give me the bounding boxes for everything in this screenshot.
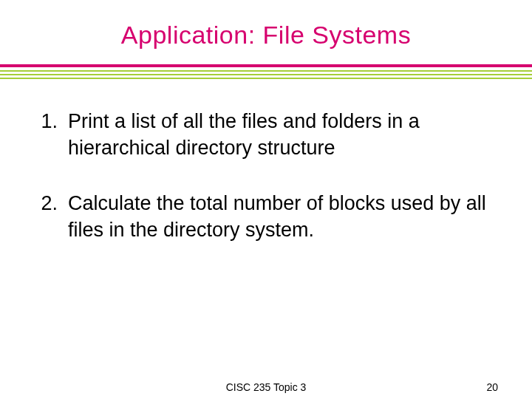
list-number: 2. bbox=[34, 191, 68, 243]
footer-page-number: 20 bbox=[486, 381, 498, 393]
slide: Application: File Systems 1. Print a lis… bbox=[0, 0, 532, 399]
list-text: Print a list of all the files and folder… bbox=[68, 109, 498, 161]
list-text: Calculate the total number of blocks use… bbox=[68, 191, 498, 243]
slide-content: 1. Print a list of all the files and fol… bbox=[30, 109, 502, 244]
title-underline bbox=[0, 64, 532, 79]
footer-course: CISC 235 Topic 3 bbox=[226, 381, 307, 393]
list-item: 2. Calculate the total number of blocks … bbox=[34, 191, 498, 243]
list-number: 1. bbox=[34, 109, 68, 161]
list-item: 1. Print a list of all the files and fol… bbox=[34, 109, 498, 161]
slide-title: Application: File Systems bbox=[30, 21, 502, 50]
